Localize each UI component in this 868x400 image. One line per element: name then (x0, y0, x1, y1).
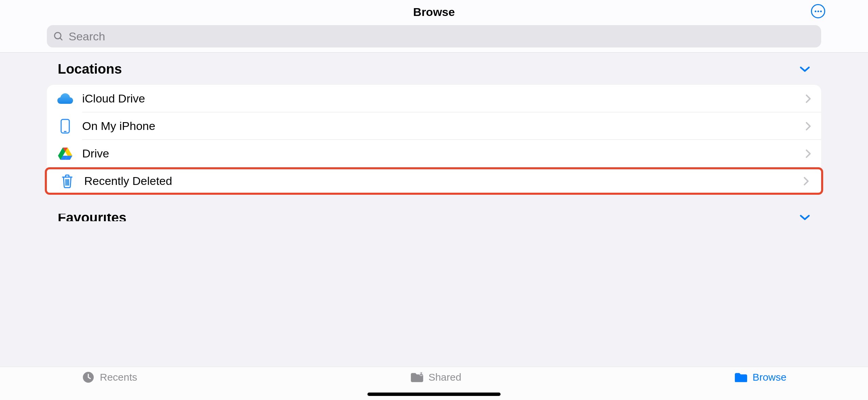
locations-list: iCloud Drive On My iPhone (47, 85, 821, 195)
more-options-button[interactable] (811, 4, 825, 18)
shared-folder-icon (410, 372, 424, 383)
chevron-down-icon (799, 214, 810, 221)
location-label: Recently Deleted (84, 174, 803, 188)
home-indicator[interactable] (367, 393, 501, 396)
svg-line-1 (60, 38, 62, 40)
icloud-icon (57, 93, 73, 104)
location-row-drive[interactable]: Drive (47, 140, 821, 167)
google-drive-icon (58, 147, 73, 160)
location-row-recently-deleted[interactable]: Recently Deleted (45, 167, 823, 195)
more-horizontal-icon (815, 11, 816, 12)
clock-icon (82, 371, 94, 383)
svg-point-15 (420, 372, 422, 374)
tab-recents[interactable]: Recents (82, 371, 137, 383)
locations-title: Locations (58, 61, 122, 77)
location-row-icloud[interactable]: iCloud Drive (47, 85, 821, 112)
favourites-title: Favourites (58, 214, 126, 221)
tab-shared[interactable]: Shared (410, 371, 462, 383)
chevron-right-icon (803, 177, 809, 186)
location-label: iCloud Drive (82, 92, 806, 105)
chevron-right-icon (806, 149, 811, 158)
tab-label: Shared (429, 372, 462, 383)
header-bar: Browse (0, 0, 868, 53)
tab-label: Browse (753, 372, 786, 383)
page-title: Browse (413, 5, 455, 19)
chevron-right-icon (806, 94, 811, 103)
location-label: Drive (82, 147, 806, 160)
tab-browse[interactable]: Browse (734, 371, 786, 383)
search-input[interactable] (69, 30, 815, 43)
search-icon (53, 31, 64, 42)
location-row-iphone[interactable]: On My iPhone (47, 112, 821, 140)
iphone-icon (60, 119, 70, 134)
svg-rect-16 (735, 376, 747, 382)
folder-icon (734, 372, 748, 383)
trash-icon (61, 174, 73, 188)
favourites-section-header[interactable]: Favourites (58, 214, 810, 221)
chevron-right-icon (806, 122, 811, 131)
location-label: On My iPhone (82, 119, 806, 133)
search-field[interactable] (47, 25, 821, 47)
locations-section-header[interactable]: Locations (58, 61, 810, 77)
svg-rect-3 (64, 131, 67, 132)
chevron-down-icon (799, 65, 810, 73)
tab-label: Recents (100, 372, 137, 383)
